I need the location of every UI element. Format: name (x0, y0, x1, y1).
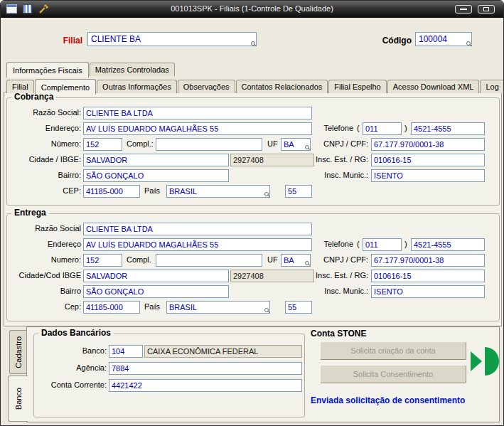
ent-insc-est-field[interactable] (371, 269, 485, 282)
filial-lookup-icon[interactable] (251, 41, 255, 46)
cob-pais-codigo-field[interactable] (285, 184, 312, 197)
tab-matrizes-controladas[interactable]: Matrizes Controladas (90, 63, 175, 76)
tab-filial-espelho[interactable]: Filial Espelho (328, 80, 386, 93)
ent-bairro-field[interactable] (83, 284, 229, 297)
cob-razao-social-label: Razão Social: (10, 106, 81, 119)
cob-bairro-input[interactable] (83, 169, 229, 182)
ent-pais-label: País (144, 300, 160, 313)
ent-insc-est-label: Insc. Est. / RG: (291, 269, 368, 282)
filial-input[interactable] (87, 32, 257, 46)
ent-insc-est-input[interactable] (371, 270, 485, 282)
cob-insc-est-input[interactable] (371, 154, 485, 166)
filial-field[interactable] (87, 32, 257, 46)
cob-cidade-field[interactable] (83, 153, 229, 166)
side-tab-banco[interactable]: Banco (8, 376, 28, 422)
cob-numero-field[interactable] (83, 137, 122, 150)
tab-log[interactable]: Log (480, 80, 504, 93)
cob-telefone-field[interactable] (411, 122, 485, 134)
cob-cidade-input[interactable] (83, 154, 229, 166)
tab-observacoes[interactable]: Observações (178, 80, 235, 93)
ent-cidade-field[interactable] (83, 269, 229, 282)
ent-compl-label: Compl. (127, 253, 151, 266)
ent-numero-field[interactable] (83, 253, 122, 266)
conta-corrente-field[interactable] (109, 378, 302, 391)
tab-contatos-relacionados[interactable]: Contatos Relacionados (236, 80, 328, 93)
cobranca-group: Cobrança Razão Social: Endereço: Telefon… (6, 97, 500, 206)
codigo-input[interactable] (415, 32, 472, 46)
ent-razao-social-field[interactable] (83, 222, 312, 235)
dados-bancarios-title: Dados Bancários (38, 328, 114, 338)
ent-pais-codigo-input[interactable] (285, 301, 312, 314)
ent-cnpj-input[interactable] (371, 254, 485, 267)
side-tab-cadastro[interactable]: Cadastro (9, 330, 27, 374)
tab-complemento[interactable]: Complemento (35, 79, 96, 95)
cob-razao-social-input[interactable] (83, 107, 312, 119)
ent-numero-input[interactable] (83, 254, 122, 267)
banco-codigo-input[interactable] (109, 345, 143, 358)
ent-endereco-field[interactable] (83, 238, 312, 250)
cob-endereco-input[interactable] (83, 122, 312, 135)
ent-insc-mun-field[interactable] (371, 284, 485, 297)
cob-insc-est-field[interactable] (371, 153, 485, 166)
cob-cnpj-field[interactable] (371, 137, 485, 150)
ent-ddd-field[interactable] (363, 238, 402, 250)
cob-pais-field[interactable] (166, 184, 270, 197)
ent-cidade-input[interactable] (83, 270, 229, 282)
complemento-page: Cobrança Razão Social: Endereço: Telefon… (4, 92, 502, 326)
ent-telefone-field[interactable] (411, 238, 485, 250)
ent-pais-lookup-icon[interactable] (264, 308, 269, 312)
solicita-consentimento-button[interactable]: Solicita Consentimento (320, 365, 466, 383)
cob-razao-social-field[interactable] (83, 106, 312, 119)
ent-compl-field[interactable] (156, 253, 262, 266)
agencia-input[interactable] (109, 362, 302, 375)
ent-cep-field[interactable] (83, 300, 140, 313)
cob-cidade-label: Cidade / IBGE: (10, 153, 81, 166)
cob-numero-input[interactable] (83, 138, 122, 151)
tab-informacoes-fiscais[interactable]: Informações Fiscais (6, 62, 89, 78)
ent-pais-input[interactable] (166, 301, 270, 314)
ent-bairro-input[interactable] (83, 285, 229, 298)
minimize-button[interactable] (455, 5, 472, 14)
cob-telefone-input[interactable] (411, 122, 485, 135)
tab-filial[interactable]: Filial (6, 80, 34, 93)
solicita-criacao-conta-button[interactable]: Solicita criação da conta (320, 341, 466, 360)
conta-stone-title: Conta STONE (311, 329, 366, 339)
ent-telefone-label: Telefone (302, 238, 353, 250)
ent-bairro-label: Bairro (10, 284, 81, 297)
codigo-lookup-icon[interactable] (466, 41, 471, 46)
tab-acesso-download-xml[interactable]: Acesso Download XML (387, 80, 480, 93)
cob-pais-codigo-input[interactable] (285, 185, 312, 198)
cob-compl-field[interactable] (156, 137, 262, 150)
cob-insc-mun-field[interactable] (371, 169, 485, 181)
consentimento-status-text: Enviada solicitação de consentimento (311, 395, 465, 405)
cob-cep-field[interactable] (83, 184, 140, 197)
cob-compl-input[interactable] (156, 138, 262, 151)
conta-corrente-input[interactable] (109, 379, 302, 392)
ent-ddd-input[interactable] (363, 238, 402, 251)
agencia-field[interactable] (109, 361, 302, 374)
ent-razao-social-input[interactable] (83, 223, 312, 235)
banco-codigo-field[interactable] (109, 344, 143, 357)
ent-compl-input[interactable] (156, 254, 262, 267)
tab-outras-informacoes[interactable]: Outras Informações (97, 80, 177, 93)
title-bar[interactable]: 001013SPK - Filiais (1-Controle De Quali… (1, 1, 503, 18)
cob-ddd-field[interactable] (363, 122, 402, 134)
codigo-field[interactable] (415, 32, 472, 46)
cob-cep-input[interactable] (83, 185, 140, 198)
ent-cnpj-field[interactable] (371, 253, 485, 266)
ent-endereco-input[interactable] (83, 238, 312, 251)
cob-pais-input[interactable] (166, 185, 270, 198)
cob-cnpj-input[interactable] (371, 138, 485, 151)
ent-uf-label: UF (267, 253, 278, 266)
cob-ddd-input[interactable] (363, 122, 402, 135)
cob-insc-mun-input[interactable] (371, 169, 485, 182)
ent-pais-field[interactable] (166, 300, 270, 313)
cob-bairro-field[interactable] (83, 169, 229, 181)
cob-endereco-field[interactable] (83, 122, 312, 134)
ent-telefone-input[interactable] (411, 238, 485, 251)
ent-insc-mun-input[interactable] (371, 285, 485, 298)
ent-cep-input[interactable] (83, 301, 140, 314)
ent-pais-codigo-field[interactable] (285, 300, 312, 313)
maximize-button[interactable] (478, 5, 495, 14)
cob-pais-lookup-icon[interactable] (264, 192, 269, 196)
